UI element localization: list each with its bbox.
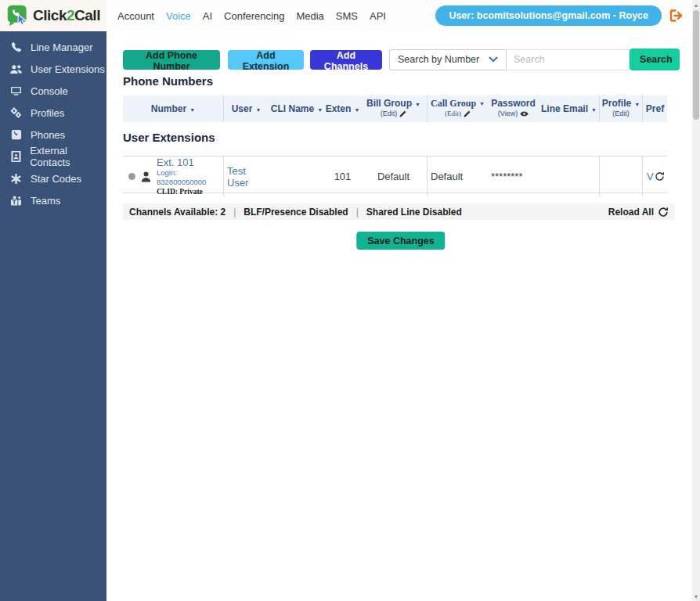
extension-cell: Ext. 101 Login: 832800050000 CLID: Priva… [123,157,223,196]
search-by-value: Search by Number [398,54,479,65]
reload-all-label: Reload All [608,207,654,218]
sidebar-item-label: Line Manager [31,41,93,53]
nav-item-account[interactable]: Account [117,10,154,22]
extension-login: Login: 832800050000 [157,168,223,187]
nav-item-api[interactable]: API [370,10,386,22]
pencil-icon[interactable] [399,110,406,117]
nav-item-voice[interactable]: Voice [166,10,191,22]
sidebar-item-label: External Contacts [30,145,106,168]
sidebar-item-label: Teams [31,195,60,207]
blf-presence-text: BLF/Presence Disabled [244,207,348,218]
brand-logo[interactable]: Click2Call [0,0,106,31]
column-header-exten[interactable]: Exten▼ [325,95,360,122]
column-header-number[interactable]: Number▼ [123,95,223,122]
sort-arrow-icon: ▼ [591,105,597,115]
scrollbar-thumb[interactable] [693,10,699,120]
column-header-line-email[interactable]: Line Email▼ [539,95,599,122]
sort-arrow-icon: ▼ [415,99,420,110]
sidebar-item-label: Phones [31,129,65,141]
sidebar-item-label: User Extensions [31,63,105,75]
users-icon [9,63,23,75]
sort-arrow-icon: ▼ [317,105,323,115]
sidebar-item-label: Console [31,85,68,97]
user-account-text: User: bcomitsolutions@gmail.com - Royce [449,10,648,21]
sidebar-item-profiles[interactable]: Profiles [0,102,106,124]
top-header: Click2Call Account Voice AI Conferencing… [0,0,700,31]
main-nav: Account Voice AI Conferencing Media SMS … [117,0,386,31]
phone-square-icon [9,128,23,141]
profile-value[interactable]: V [647,171,654,182]
sidebar-item-console[interactable]: Console [0,80,106,102]
sidebar-item-label: Star Codes [31,173,81,185]
pref-cell: V [642,157,667,196]
sidebar-item-phones[interactable]: Phones [0,124,106,146]
column-header-cli-name[interactable]: CLI Name▼ [269,95,325,122]
person-icon[interactable] [141,171,151,182]
nav-item-conferencing[interactable]: Conferencing [224,10,284,22]
nav-item-ai[interactable]: AI [203,10,212,22]
sort-arrow-icon: ▼ [354,105,359,115]
column-header-call-group[interactable]: Call Group▼ (Edit) [427,95,488,122]
sort-arrow-icon: ▼ [634,99,640,110]
brand-name: Click2Call [33,7,100,24]
scroll-down-icon[interactable]: ▼ [692,592,700,601]
cli-name-cell [269,157,325,196]
status-bar: Channels Available: 2 | BLF/Presence Dis… [123,203,675,220]
scroll-up-icon[interactable]: ▲ [692,0,700,9]
separator: | [356,207,359,218]
exten-cell: 101 [325,157,360,196]
chevron-down-icon [489,56,498,63]
refresh-icon [658,207,669,218]
gears-icon [9,106,23,119]
click2call-logo-icon [6,4,30,27]
column-header-pref: Pref [642,95,667,122]
user-link[interactable]: Test User [227,165,269,189]
nav-item-media[interactable]: Media [296,10,323,22]
extension-link[interactable]: Ext. 101 [157,157,223,168]
teams-icon [9,194,23,207]
bill-group-cell: Default [360,157,427,196]
refresh-icon[interactable] [655,171,665,182]
sidebar-item-external-contacts[interactable]: External Contacts [0,146,106,167]
sidebar-nav: Line Manager User Extensions Console Pro… [0,31,106,601]
channels-available-text: Channels Available: 2 [129,207,226,218]
extension-clid: CLID: Private [157,187,223,196]
vertical-scrollbar[interactable]: ▲ ▼ [692,0,700,601]
user-account-badge[interactable]: User: bcomitsolutions@gmail.com - Royce [435,5,662,26]
monitor-icon [9,85,23,97]
profile-cell [599,157,642,196]
sidebar-item-user-extensions[interactable]: User Extensions [0,58,106,80]
column-header-user[interactable]: User▼ [223,95,269,122]
save-changes-button[interactable]: Save Changes [356,232,445,250]
eye-icon[interactable] [520,111,529,117]
reload-all-button[interactable]: Reload All [608,207,669,218]
table-row: Ext. 101 Login: 832800050000 CLID: Priva… [123,156,667,193]
toolbar: Add Phone Number Add Extension Add Chann… [123,49,680,70]
user-extensions-heading: User Extensions [123,131,215,144]
sidebar-item-star-codes[interactable]: Star Codes [0,167,106,189]
search-button[interactable]: Search [630,49,680,70]
user-cell: Test User [223,157,269,196]
add-extension-button[interactable]: Add Extension [228,50,304,70]
nav-item-sms[interactable]: SMS [336,10,358,22]
pencil-icon[interactable] [464,110,471,117]
add-phone-number-button[interactable]: Add Phone Number [123,50,220,70]
search-input[interactable] [507,49,630,70]
column-header-profile[interactable]: Profile▼ (Edit) [599,95,642,122]
sidebar-item-line-manager[interactable]: Line Manager [0,36,106,58]
sort-arrow-icon: ▼ [189,105,195,115]
call-group-cell: Default [427,157,488,196]
shared-line-text: Shared Line Disabled [366,207,462,218]
column-header-password[interactable]: Password (View) [488,95,539,122]
search-by-dropdown[interactable]: Search by Number [389,49,507,70]
add-channels-button[interactable]: Add Channels [310,50,382,70]
separator: | [233,207,236,218]
column-header-bill-group[interactable]: Bill Group▼ (Edit) [360,95,427,122]
main-content: Add Phone Number Add Extension Add Chann… [106,31,692,601]
phone-icon [9,41,23,53]
sidebar-item-teams[interactable]: Teams [0,189,106,211]
contact-card-icon [9,150,22,163]
sort-arrow-icon: ▼ [255,105,261,115]
sort-arrow-icon: ▼ [479,99,485,110]
logout-icon[interactable] [669,8,684,23]
